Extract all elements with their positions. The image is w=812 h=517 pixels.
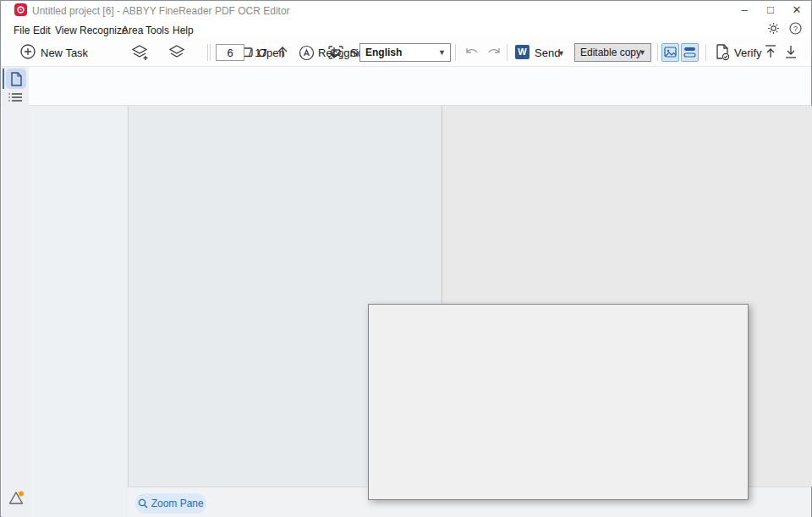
svg-text:?: ? xyxy=(793,25,798,33)
